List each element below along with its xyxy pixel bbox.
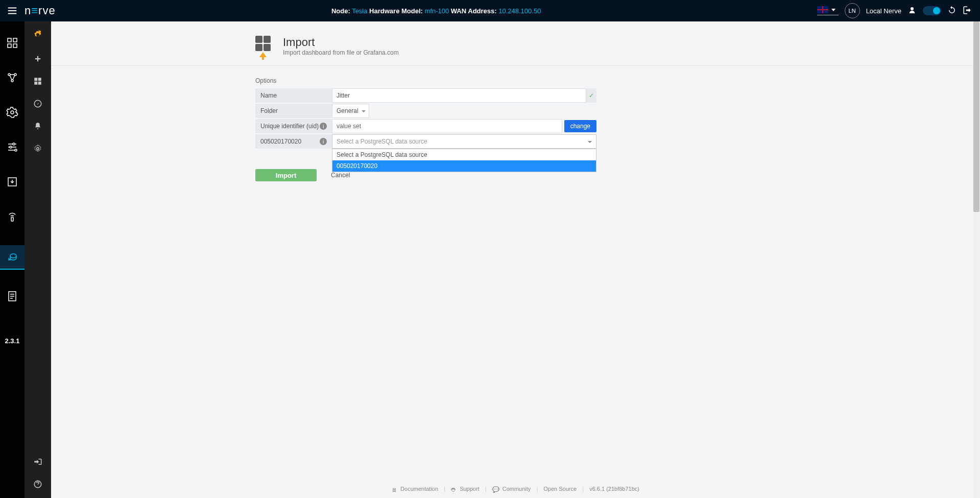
user-initials-badge[interactable]: LN xyxy=(845,3,860,18)
name-input[interactable] xyxy=(332,88,586,103)
folder-row: Folder General xyxy=(255,104,596,118)
support-icon: ⛑ xyxy=(451,487,457,493)
uid-label: Unique identifier (uid) i xyxy=(255,119,332,133)
datasource-select[interactable]: Select a PostgreSQL data source xyxy=(332,134,596,149)
cancel-link[interactable]: Cancel xyxy=(331,172,350,179)
svg-point-6 xyxy=(11,80,13,82)
doc-icon: 🗎 xyxy=(392,487,397,493)
topbar: n≡rve Node: Tesla Hardware Model: mfn-10… xyxy=(0,0,980,21)
import-page-icon xyxy=(255,36,276,56)
datasource-label: 005020170020 i xyxy=(255,134,332,149)
folder-value: General xyxy=(337,107,358,114)
grafana-alert-icon[interactable] xyxy=(33,122,42,133)
content: Import Import dashboard from file or Gra… xyxy=(51,21,980,181)
node-value: Tesla xyxy=(352,7,367,15)
folder-select[interactable]: General xyxy=(332,104,369,118)
local-nerve-label: Local Nerve xyxy=(866,7,901,15)
nav-data-icon[interactable] xyxy=(0,245,25,270)
svg-rect-18 xyxy=(38,82,41,85)
svg-rect-0 xyxy=(8,38,11,42)
grafana-logo-icon[interactable] xyxy=(32,29,44,43)
info-icon[interactable]: i xyxy=(320,138,327,145)
wan-label: WAN Address: xyxy=(451,7,497,15)
footer-opensource-link[interactable]: Open Source xyxy=(543,486,577,492)
nav-dashboard-icon[interactable] xyxy=(6,37,18,51)
datasource-label-text: 005020170020 xyxy=(260,138,301,145)
grafana-add-icon[interactable] xyxy=(33,54,42,65)
hw-value: mfn-100 xyxy=(424,7,449,15)
scrollbar[interactable] xyxy=(973,21,980,498)
topbar-info: Node: Tesla Hardware Model: mfn-100 WAN … xyxy=(56,7,817,15)
scrollbar-thumb[interactable] xyxy=(973,21,979,212)
svg-point-10 xyxy=(15,149,17,151)
datasource-dropdown: Select a PostgreSQL data source 00502017… xyxy=(332,149,596,172)
name-label: Name xyxy=(255,88,332,103)
nav-settings-icon[interactable] xyxy=(6,106,18,121)
footer-support-link[interactable]: Support xyxy=(460,486,480,492)
import-form: Options Name ✓ Folder General Unique ide… xyxy=(255,66,596,181)
nav-network-icon[interactable] xyxy=(6,72,18,86)
folder-label: Folder xyxy=(255,104,332,118)
datasource-option[interactable]: 005020170020 xyxy=(332,160,596,172)
page-header: Import Import dashboard from file or Gra… xyxy=(255,21,613,65)
grafana-explore-icon[interactable] xyxy=(33,99,42,110)
community-icon: 💬 xyxy=(492,486,499,493)
footer-docs-link[interactable]: Documentation xyxy=(400,486,438,492)
uid-value: value set xyxy=(332,119,562,133)
brand-logo: n≡rve xyxy=(25,4,56,17)
datasource-option[interactable]: Select a PostgreSQL data source xyxy=(332,149,596,160)
svg-point-9 xyxy=(10,146,12,148)
import-button[interactable]: Import xyxy=(255,169,317,181)
theme-toggle[interactable] xyxy=(923,6,941,15)
svg-rect-16 xyxy=(38,78,41,81)
footer-version: v6.6.1 (21bf8b71bc) xyxy=(589,486,639,492)
datasource-row: 005020170020 i Select a PostgreSQL data … xyxy=(255,134,596,149)
chevron-down-icon xyxy=(831,9,835,11)
svg-rect-17 xyxy=(34,82,37,85)
chevron-down-icon xyxy=(588,141,592,143)
svg-rect-1 xyxy=(13,38,17,42)
change-button[interactable]: change xyxy=(564,120,596,132)
wan-value: 10.248.100.50 xyxy=(498,7,541,15)
svg-rect-15 xyxy=(34,78,37,81)
uid-row: Unique identifier (uid) i value set chan… xyxy=(255,119,596,133)
svg-point-14 xyxy=(36,33,39,36)
version-label: 2.3.1 xyxy=(5,337,20,345)
grafana-gear-icon[interactable] xyxy=(33,144,42,155)
language-selector[interactable] xyxy=(817,6,839,15)
nav-download-icon[interactable] xyxy=(6,176,18,190)
nav-document-icon[interactable] xyxy=(6,290,18,304)
svg-rect-12 xyxy=(11,217,13,221)
svg-rect-2 xyxy=(8,44,11,48)
refresh-icon[interactable] xyxy=(947,6,957,16)
grafana-help-icon[interactable] xyxy=(33,480,42,491)
name-row: Name ✓ xyxy=(255,88,596,103)
node-label: Node: xyxy=(331,7,350,15)
svg-point-20 xyxy=(37,148,39,150)
grafana-signin-icon[interactable] xyxy=(33,457,42,468)
hw-label: Hardware Model: xyxy=(369,7,423,15)
page-title: Import xyxy=(283,36,399,49)
nav-remote-icon[interactable] xyxy=(6,210,18,225)
flag-uk-icon xyxy=(817,6,828,13)
uid-label-text: Unique identifier (uid) xyxy=(260,123,319,130)
footer: 🗎 Documentation | ⛑ Support | 💬 Communit… xyxy=(51,486,980,493)
menu-toggle[interactable] xyxy=(0,5,25,16)
logout-icon[interactable] xyxy=(963,6,972,16)
grafana-dashboards-icon[interactable] xyxy=(33,77,42,88)
svg-rect-3 xyxy=(13,44,17,48)
name-valid-icon: ✓ xyxy=(586,88,596,103)
nav-sliders-icon[interactable] xyxy=(6,141,18,155)
svg-point-7 xyxy=(11,111,14,114)
primary-nav: 2.3.1 xyxy=(0,21,25,498)
user-icon[interactable] xyxy=(907,6,917,16)
datasource-placeholder: Select a PostgreSQL data source xyxy=(337,138,427,145)
svg-point-8 xyxy=(13,143,15,145)
footer-community-link[interactable]: Community xyxy=(503,486,531,492)
page-subtitle: Import dashboard from file or Grafana.co… xyxy=(283,49,399,56)
grafana-nav xyxy=(25,21,51,498)
options-section-label: Options xyxy=(255,77,596,84)
chevron-down-icon xyxy=(362,110,366,112)
info-icon[interactable]: i xyxy=(320,123,327,130)
